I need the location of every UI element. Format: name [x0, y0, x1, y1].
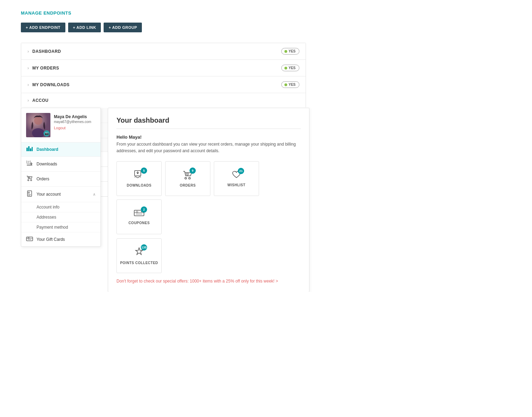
svg-rect-3 — [26, 148, 28, 151]
chevron-right-icon: › — [27, 98, 29, 103]
card-label-points: POINTS COLLECTED — [120, 261, 158, 265]
orders-badge: 9 — [190, 167, 196, 174]
orders-card-icon: 9 — [183, 170, 193, 181]
sidebar-item-dashboard[interactable]: Dashboard — [21, 142, 100, 157]
your-account-subnav: Account info Addresses Payment method — [21, 202, 100, 232]
dashboard-cards: 5 DOWNLOADS 9 — [116, 161, 301, 234]
card-points[interactable]: 135 POINTS COLLECTED — [116, 238, 162, 273]
sidebar-item-downloads[interactable]: Downloads — [21, 157, 100, 172]
overlay-area: › ED YES › ED YES — [21, 108, 306, 281]
wishlist-badge: 21 — [238, 168, 244, 174]
sidebar-item-label-dashboard: Dashboard — [37, 147, 58, 152]
svg-rect-7 — [27, 165, 32, 165]
dashboard-title: Your dashboard — [116, 116, 301, 124]
add-link-button[interactable]: + ADD LINK — [68, 23, 101, 32]
yes-dot-icon — [284, 83, 287, 86]
download-icon — [26, 161, 33, 167]
svg-point-10 — [28, 180, 29, 181]
camera-icon[interactable]: 📷 — [43, 130, 50, 137]
status-badge-my-downloads: YES — [281, 81, 299, 88]
card-label-orders: ORDERS — [180, 183, 196, 187]
orders-icon — [26, 175, 33, 182]
user-name: Maya De Angelis — [54, 114, 91, 119]
endpoint-row-dashboard[interactable]: › DASHBOARD YES — [21, 43, 306, 60]
sidebar-item-orders[interactable]: Orders — [21, 172, 100, 187]
chart-icon — [26, 146, 33, 153]
sidebar-item-label-gift-cards: Your Gift Cards — [37, 237, 65, 242]
svg-rect-4 — [28, 146, 30, 151]
subnav-payment-method[interactable]: Payment method — [21, 222, 100, 232]
divider — [116, 129, 301, 129]
card-wishlist[interactable]: 21 WISHLIST — [214, 161, 259, 196]
card-downloads[interactable]: 5 DOWNLOADS — [116, 161, 162, 196]
card-coupones[interactable]: 2 COUPONES — [116, 199, 162, 234]
downloads-card-icon: 5 — [134, 170, 144, 181]
sidebar-item-label-your-account: Your account — [37, 192, 61, 197]
chevron-right-icon: › — [27, 49, 29, 54]
yes-dot-icon — [284, 50, 287, 53]
endpoint-name-my-downloads: MY DOWNLOADS — [32, 82, 70, 87]
svg-point-11 — [31, 180, 32, 181]
endpoint-list: › DASHBOARD YES › MY ORDERS YES › MY DOW… — [21, 43, 306, 108]
wishlist-card-icon: 21 — [232, 171, 241, 181]
add-endpoint-button[interactable]: + ADD ENDPOINT — [21, 23, 65, 32]
sidebar-nav-popup: 📷 Maya De Angelis maya67@yithemes.com Lo… — [21, 108, 101, 247]
promo-text[interactable]: Don't forget to check our special offers… — [116, 279, 301, 284]
card-label-wishlist: WISHLIST — [227, 183, 245, 187]
coupones-badge: 2 — [141, 206, 147, 213]
status-badge-my-orders: YES — [281, 65, 299, 71]
dashboard-panel: Your dashboard Hello Maya! From your acc… — [108, 108, 309, 292]
description-text: From your account dashboard you can view… — [116, 141, 301, 154]
endpoint-name-accou: ACCOU — [32, 98, 49, 103]
svg-rect-6 — [32, 147, 33, 151]
svg-point-1 — [34, 116, 42, 125]
endpoint-row-my-downloads[interactable]: › MY DOWNLOADS YES — [21, 76, 306, 93]
card-orders[interactable]: 9 ORDERS — [165, 161, 210, 196]
points-card-icon: 135 — [134, 247, 144, 259]
svg-point-21 — [189, 177, 191, 179]
greeting-text: Hello Maya! — [116, 134, 301, 140]
coupones-card-icon: 2 — [134, 209, 144, 219]
account-icon: A — [26, 190, 33, 198]
chevron-right-icon: › — [27, 82, 29, 87]
user-info: Maya De Angelis maya67@yithemes.com Logo… — [54, 113, 91, 130]
logout-link[interactable]: Logout — [54, 126, 91, 130]
endpoint-name-dashboard: DASHBOARD — [32, 49, 61, 54]
card-label-coupones: COUPONES — [128, 221, 150, 225]
status-badge-dashboard: YES — [281, 48, 299, 55]
add-group-button[interactable]: + ADD GROUP — [104, 23, 142, 32]
sidebar-item-your-account[interactable]: A Your account ∧ — [21, 187, 100, 202]
chevron-up-icon: ∧ — [93, 192, 96, 197]
subnav-addresses[interactable]: Addresses — [21, 212, 100, 222]
endpoint-row-my-orders[interactable]: › MY ORDERS YES — [21, 60, 306, 76]
endpoint-name-my-orders: MY ORDERS — [32, 66, 59, 71]
downloads-badge: 5 — [141, 167, 147, 174]
endpoint-row-accou[interactable]: › ACCOU — [21, 93, 306, 108]
dashboard-cards-row2: 135 POINTS COLLECTED — [116, 238, 301, 273]
page-title: MANAGE ENDPOINTS — [21, 10, 511, 16]
toolbar: + ADD ENDPOINT + ADD LINK + ADD GROUP — [21, 23, 511, 32]
nav-item-left: A Your account — [26, 190, 61, 198]
svg-rect-5 — [30, 148, 31, 151]
points-badge: 135 — [141, 244, 147, 251]
user-section: 📷 Maya De Angelis maya67@yithemes.com Lo… — [21, 108, 100, 142]
yes-dot-icon — [284, 67, 287, 70]
svg-point-20 — [185, 177, 187, 179]
user-email: maya67@yithemes.com — [54, 120, 91, 124]
card-label-downloads: DOWNLOADS — [127, 183, 151, 187]
sidebar-item-label-downloads: Downloads — [37, 162, 57, 166]
gift-card-icon — [26, 236, 33, 243]
chevron-right-icon: › — [27, 66, 29, 71]
sidebar-item-label-orders: Orders — [37, 177, 49, 181]
subnav-account-info[interactable]: Account info — [21, 202, 100, 212]
avatar: 📷 — [26, 113, 50, 137]
svg-rect-16 — [26, 237, 33, 241]
sidebar-item-gift-cards[interactable]: Your Gift Cards — [21, 232, 100, 246]
